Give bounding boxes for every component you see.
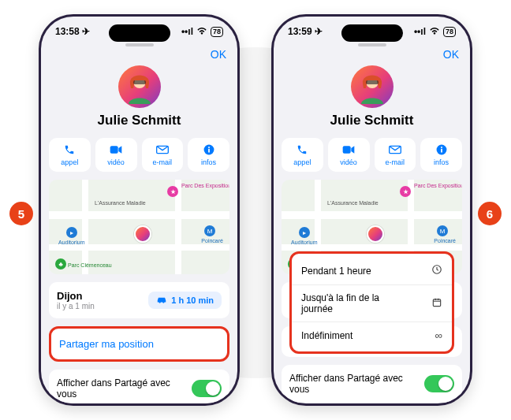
svg-point-6 bbox=[208, 147, 210, 148]
call-button[interactable]: appel bbox=[49, 138, 91, 172]
poi-auditorium-icon: ▸ bbox=[299, 227, 310, 238]
mail-icon bbox=[156, 143, 169, 156]
avatar[interactable] bbox=[118, 65, 161, 108]
status-time: 13:59 ✈ bbox=[288, 26, 323, 37]
duration-popover: Pendant 1 heure Jusqu'à la fin de la jou… bbox=[289, 251, 454, 354]
mail-icon bbox=[389, 143, 401, 156]
shared-with-you-toggle[interactable] bbox=[192, 380, 222, 397]
option-label: Pendant 1 heure bbox=[301, 266, 371, 277]
svg-rect-5 bbox=[208, 149, 210, 153]
contact-name: Julie Schmitt bbox=[98, 113, 181, 128]
poi-park-icon: ♣ bbox=[55, 258, 66, 269]
car-icon bbox=[156, 295, 167, 305]
video-label: vidéo bbox=[340, 158, 357, 166]
info-icon bbox=[436, 143, 447, 156]
calendar-icon bbox=[431, 297, 442, 310]
poi-auditorium-label: Auditorium bbox=[58, 240, 84, 245]
video-icon bbox=[342, 143, 355, 156]
poi-poincare-label: Poincaré bbox=[434, 238, 456, 243]
poi-expo-label: Parc Des Expositions Et Congrès bbox=[414, 183, 462, 188]
step-badge-5: 5 bbox=[9, 202, 33, 225]
clock-icon bbox=[431, 264, 442, 277]
battery-icon: 78 bbox=[443, 27, 456, 37]
poi-poincare-icon: M bbox=[437, 225, 448, 236]
phone-mockup-right: 13:59 ✈ ••ıl 78 OK Julie Schmitt bbox=[271, 14, 472, 406]
wifi-icon bbox=[196, 26, 207, 37]
poi-assurance-label: L'Assurance Maladie bbox=[95, 200, 146, 206]
status-time: 13:58 ✈ bbox=[55, 26, 90, 37]
svg-point-13 bbox=[441, 147, 442, 148]
signal-icon: ••ıl bbox=[414, 26, 426, 37]
mail-button[interactable]: e-mail bbox=[142, 138, 184, 172]
sheet-handle[interactable] bbox=[358, 43, 386, 46]
mail-label: e-mail bbox=[386, 158, 405, 166]
avatar[interactable] bbox=[351, 65, 394, 108]
phone-mockup-left: 13:58 ✈ ••ıl 78 OK Julie Schmitt bbox=[39, 14, 240, 406]
info-button[interactable]: infos bbox=[188, 138, 229, 172]
poi-poincare-label: Poincaré bbox=[201, 238, 223, 243]
location-time: il y a 1 min bbox=[57, 302, 95, 310]
mail-label: e-mail bbox=[153, 158, 173, 166]
signal-icon: ••ıl bbox=[181, 26, 193, 37]
option-label: Jusqu'à la fin de la journée bbox=[301, 292, 404, 314]
ok-button[interactable]: OK bbox=[443, 48, 459, 61]
wifi-icon bbox=[429, 26, 440, 37]
duration-option-end-of-day[interactable]: Jusqu'à la fin de la journée bbox=[292, 285, 452, 322]
svg-rect-9 bbox=[343, 146, 351, 153]
phone-icon bbox=[297, 143, 308, 156]
svg-rect-12 bbox=[441, 149, 442, 153]
call-label: appel bbox=[293, 158, 311, 166]
shared-with-you-row: Afficher dans Partagé avec vous bbox=[49, 370, 229, 403]
duration-option-1hour[interactable]: Pendant 1 heure bbox=[292, 257, 452, 285]
poi-poincare-icon: M bbox=[204, 225, 215, 236]
info-label: infos bbox=[201, 158, 216, 166]
sheet-handle[interactable] bbox=[125, 43, 154, 46]
poi-park-label: Parc Clémenceau bbox=[68, 262, 112, 268]
poi-expo-icon: ★ bbox=[167, 186, 178, 197]
info-icon bbox=[203, 143, 214, 156]
eta-pill[interactable]: 1 h 10 min bbox=[148, 292, 222, 309]
option-label: Indéfiniment bbox=[301, 330, 352, 341]
poi-expo-icon: ★ bbox=[400, 186, 411, 197]
map-view[interactable]: ★ Parc Des Expositions Et Congrès L'Assu… bbox=[49, 180, 229, 274]
location-card[interactable]: Dijon il y a 1 min 1 h 10 min bbox=[49, 282, 229, 318]
contact-name: Julie Schmitt bbox=[330, 113, 414, 128]
duration-option-indefinitely[interactable]: Indéfiniment ∞ bbox=[292, 322, 452, 348]
svg-rect-15 bbox=[433, 299, 440, 306]
battery-icon: 78 bbox=[211, 27, 223, 37]
contact-location-pin[interactable] bbox=[134, 225, 151, 243]
poi-auditorium-label: Auditorium bbox=[291, 240, 317, 245]
call-button[interactable]: appel bbox=[282, 138, 323, 172]
infinity-icon: ∞ bbox=[435, 329, 442, 341]
dynamic-island bbox=[109, 24, 170, 42]
svg-rect-8 bbox=[366, 80, 379, 84]
call-label: appel bbox=[61, 158, 78, 166]
video-icon bbox=[110, 143, 122, 156]
dynamic-island bbox=[341, 24, 403, 42]
toggle-label: Afficher dans Partagé avec vous bbox=[289, 373, 424, 395]
shared-with-you-row: Afficher dans Partagé avec vous bbox=[282, 365, 462, 403]
svg-rect-1 bbox=[133, 80, 146, 84]
video-label: vidéo bbox=[107, 158, 125, 166]
info-label: infos bbox=[434, 158, 449, 166]
svg-rect-2 bbox=[110, 146, 118, 153]
ok-button[interactable]: OK bbox=[211, 48, 226, 61]
info-button[interactable]: infos bbox=[420, 138, 462, 172]
poi-expo-label: Parc Des Expositions Et Congrès bbox=[181, 183, 229, 188]
footer-text: Le contenu partagé dans cette conversati… bbox=[282, 403, 462, 403]
video-button[interactable]: vidéo bbox=[95, 138, 137, 172]
phone-icon bbox=[64, 143, 75, 156]
shared-with-you-toggle[interactable] bbox=[424, 375, 454, 392]
step-badge-6: 6 bbox=[478, 202, 502, 225]
location-city: Dijon bbox=[57, 290, 95, 302]
mail-button[interactable]: e-mail bbox=[375, 138, 416, 172]
video-button[interactable]: vidéo bbox=[328, 138, 370, 172]
share-location-button[interactable]: Partager ma position bbox=[49, 326, 229, 362]
eta-text: 1 h 10 min bbox=[171, 295, 214, 305]
contact-location-pin[interactable] bbox=[367, 225, 384, 243]
poi-auditorium-icon: ▸ bbox=[66, 227, 77, 238]
poi-assurance-label: L'Assurance Maladie bbox=[327, 200, 379, 206]
toggle-label: Afficher dans Partagé avec vous bbox=[57, 377, 192, 400]
